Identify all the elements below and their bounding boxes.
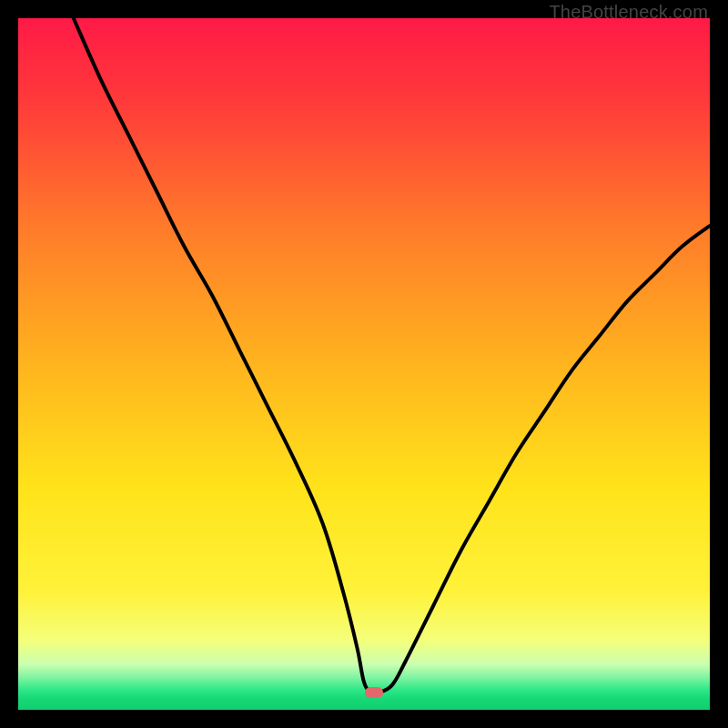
chart-frame: TheBottleneck.com xyxy=(0,0,728,728)
plot-area xyxy=(18,18,710,710)
bottleneck-curve xyxy=(18,18,710,710)
optimum-marker xyxy=(365,687,383,698)
